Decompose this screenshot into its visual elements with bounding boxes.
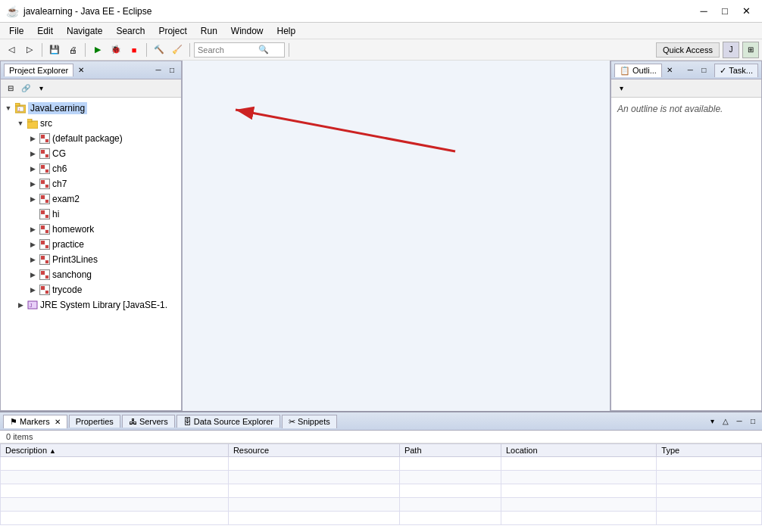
menu-run[interactable]: Run	[195, 23, 223, 39]
tree-item-src[interactable]: ▼ src	[1, 116, 181, 131]
outline-icon: 📋	[620, 66, 630, 75]
toolbar-sep-3	[146, 43, 147, 57]
maximize-button[interactable]: □	[715, 4, 735, 19]
svg-text:J: J	[30, 303, 33, 308]
outline-minimize[interactable]: ─	[684, 64, 696, 76]
toggle-homework[interactable]: ▶	[28, 225, 37, 234]
tab-servers[interactable]: 🖧 Servers	[122, 415, 175, 428]
toggle-trycode[interactable]: ▶	[28, 285, 37, 294]
collapse-all-button[interactable]: ⊟	[4, 82, 17, 95]
item-trycode: trycode	[52, 285, 82, 295]
markers-table-container[interactable]: Description ▲ Resource Path Location Typ…	[0, 443, 762, 532]
outline-message: An outline is not available.	[617, 104, 723, 114]
tab-markers[interactable]: ⚑ Markers ✕	[3, 415, 67, 428]
col-path[interactable]: Path	[399, 444, 501, 457]
toolbar-print[interactable]: 🖨	[64, 42, 81, 58]
toggle-exam2[interactable]: ▶	[28, 194, 37, 204]
tab-snippets[interactable]: ✂ Snippets	[282, 415, 337, 428]
perspective-java-ee[interactable]: J	[723, 42, 739, 58]
tab-outline[interactable]: 📋 Outli...	[614, 64, 662, 77]
tree-item-homework[interactable]: ▶ homework	[1, 222, 181, 237]
tree-item-default-package[interactable]: ▶ (default package)	[1, 131, 181, 146]
item-practice: practice	[52, 239, 84, 250]
toggle-javalearning[interactable]: ▼	[4, 104, 13, 113]
outline-maximize[interactable]: □	[698, 64, 710, 76]
toggle-default-package[interactable]: ▶	[28, 134, 37, 143]
search-box[interactable]: 🔍	[194, 42, 285, 58]
item-default-package: (default package)	[52, 133, 123, 144]
menu-window[interactable]: Window	[225, 23, 270, 39]
toolbar-debug[interactable]: 🐞	[108, 42, 124, 58]
tree-item-hi[interactable]: ▶ hi	[1, 207, 181, 222]
markers-close-x[interactable]: ✕	[55, 418, 61, 426]
link-editor-button[interactable]: 🔗	[19, 82, 33, 95]
tree-item-ch6[interactable]: ▶ ch6	[1, 161, 181, 176]
package-icon-print3lines	[39, 254, 51, 266]
col-location[interactable]: Location	[501, 444, 656, 457]
menu-file[interactable]: File	[3, 23, 30, 39]
col-type[interactable]: Type	[657, 444, 762, 457]
project-tree: ▼ J JavaLearning ▼	[1, 98, 181, 410]
tree-item-cg[interactable]: ▶ CG	[1, 146, 181, 161]
col-description[interactable]: Description ▲	[1, 444, 229, 457]
menu-search[interactable]: Search	[110, 23, 151, 39]
tree-item-trycode[interactable]: ▶ trycode	[1, 282, 181, 297]
toggle-ch7[interactable]: ▶	[28, 179, 37, 188]
toggle-cg[interactable]: ▶	[28, 149, 37, 158]
tree-item-jre[interactable]: ▶ J JRE System Library [JavaSE-1.	[1, 297, 181, 313]
toolbar-clean[interactable]: 🧹	[169, 42, 186, 58]
outline-close-icon[interactable]: ✕	[667, 66, 673, 74]
toolbar-stop[interactable]: ■	[126, 42, 142, 58]
toolbar-save[interactable]: 💾	[46, 42, 63, 58]
menu-edit[interactable]: Edit	[31, 23, 59, 39]
editor-area	[182, 61, 611, 411]
menu-navigate[interactable]: Navigate	[61, 23, 108, 39]
bottom-panel-maximize[interactable]: □	[747, 415, 759, 428]
project-explorer-maximize[interactable]: □	[166, 64, 178, 76]
perspective-extra[interactable]: ⊞	[742, 42, 759, 58]
bottom-panel-minimize[interactable]: ─	[733, 415, 745, 428]
toggle-sanchong[interactable]: ▶	[28, 270, 37, 279]
bottom-panel-menu[interactable]: ▾	[706, 415, 718, 428]
toggle-practice[interactable]: ▶	[28, 240, 37, 249]
project-explorer-minimize[interactable]: ─	[152, 64, 164, 76]
explorer-menu-button[interactable]: ▾	[34, 82, 48, 95]
menu-project[interactable]: Project	[152, 23, 192, 39]
tab-project-explorer[interactable]: Project Explorer	[4, 64, 73, 76]
close-button[interactable]: ✕	[736, 4, 756, 19]
arrow-annotation	[183, 61, 610, 411]
toggle-jre[interactable]: ▶	[16, 300, 25, 310]
toolbar-run[interactable]: ▶	[89, 42, 106, 58]
tree-item-ch7[interactable]: ▶ ch7	[1, 176, 181, 191]
tree-item-sanchong[interactable]: ▶ sanchong	[1, 267, 181, 282]
table-row	[1, 498, 762, 512]
tab-properties[interactable]: Properties	[69, 415, 120, 428]
search-input[interactable]	[198, 45, 258, 54]
tab-data-source[interactable]: 🗄 Data Source Explorer	[176, 415, 280, 428]
toggle-print3lines[interactable]: ▶	[28, 255, 37, 264]
toolbar-forward[interactable]: ▷	[21, 42, 38, 58]
tab-tasks[interactable]: ✓ Task...	[714, 64, 758, 77]
quick-access-button[interactable]: Quick Access	[656, 42, 720, 58]
tree-item-exam2[interactable]: ▶ exam2	[1, 191, 181, 207]
datasource-label: Data Source Explorer	[194, 417, 273, 426]
table-row	[1, 471, 762, 484]
minimize-button[interactable]: ─	[694, 4, 714, 19]
project-explorer-close-icon[interactable]: ✕	[78, 66, 84, 74]
tree-item-practice[interactable]: ▶ practice	[1, 237, 181, 252]
main-toolbar: ◁ ▷ 💾 🖨 ▶ 🐞 ■ 🔨 🧹 🔍 Quick Access J ⊞	[0, 39, 762, 61]
outline-label: Outli...	[632, 66, 657, 75]
menu-help[interactable]: Help	[271, 23, 302, 39]
bottom-panel-chevron-up[interactable]: △	[720, 415, 732, 428]
toolbar-back[interactable]: ◁	[3, 42, 20, 58]
toolbar-build[interactable]: 🔨	[151, 42, 167, 58]
toggle-ch6[interactable]: ▶	[28, 164, 37, 173]
tree-item-print3lines[interactable]: ▶ Print3Lines	[1, 252, 181, 267]
svg-line-9	[236, 110, 455, 151]
col-resource[interactable]: Resource	[228, 444, 399, 457]
tree-item-javalearning[interactable]: ▼ J JavaLearning	[1, 101, 181, 116]
item-homework: homework	[52, 224, 94, 235]
toggle-src[interactable]: ▼	[16, 119, 25, 128]
outline-menu-button[interactable]: ▾	[614, 82, 628, 95]
project-explorer-panel: Project Explorer ✕ ─ □ ⊟ 🔗 ▾ ▼	[0, 61, 182, 411]
